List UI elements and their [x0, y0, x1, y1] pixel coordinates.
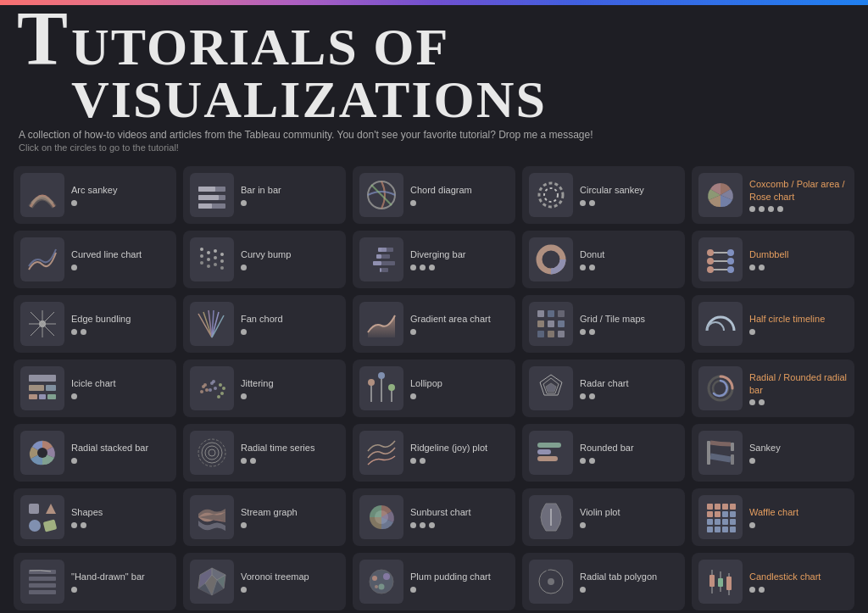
dot-0-circular-sankey[interactable] [580, 200, 586, 206]
dot-0-hand-drawn-bar[interactable] [71, 587, 77, 593]
card-curved-line-chart[interactable]: Curved line chart [14, 231, 176, 288]
dot-1-grid-tile-maps[interactable] [589, 329, 595, 335]
card-gradient-area-chart[interactable]: Gradient area chart [353, 295, 515, 353]
dot-1-candlestick-chart[interactable] [759, 587, 765, 593]
card-ridgeline-plot[interactable]: Ridgeline (joy) plot [353, 424, 515, 482]
dot-1-dumbbell[interactable] [759, 265, 765, 270]
dot-0-sankey[interactable] [749, 458, 755, 464]
dot-0-candlestick-chart[interactable] [749, 587, 755, 593]
dot-0-fan-chord[interactable] [241, 329, 247, 335]
card-radial-stacked-bar[interactable]: Radial stacked bar [14, 424, 176, 482]
dot-0-curvy-bump[interactable] [241, 265, 247, 270]
dot-0-violin-plot[interactable] [580, 522, 586, 528]
card-jittering[interactable]: Jittering [183, 359, 346, 417]
svg-point-71 [212, 380, 215, 383]
card-sankey[interactable]: Sankey [692, 424, 854, 482]
card-donut[interactable]: Donut [522, 231, 685, 288]
dot-2-coxcomb[interactable] [768, 206, 774, 212]
card-lollipop[interactable]: Lollipop [353, 359, 515, 417]
dot-0-gradient-area-chart[interactable] [410, 329, 416, 335]
dot-0-edge-bundling[interactable] [71, 329, 77, 335]
dot-0-donut[interactable] [580, 265, 586, 270]
card-radar-chart[interactable]: Radar chart [522, 359, 685, 417]
dot-0-stream-graph[interactable] [241, 522, 247, 528]
card-bar-in-bar[interactable]: Bar in bar [183, 166, 346, 224]
dot-1-diverging-bar[interactable] [420, 265, 426, 270]
dot-1-donut[interactable] [589, 265, 595, 270]
svg-rect-56 [548, 331, 554, 337]
card-plum-pudding-chart[interactable]: Plum pudding chart [353, 553, 515, 610]
svg-point-66 [200, 390, 203, 393]
card-chord-diagram[interactable]: Chord diagram [353, 166, 515, 224]
dot-1-circular-sankey[interactable] [589, 200, 595, 206]
svg-rect-62 [39, 394, 46, 399]
info-coxcomb: Coxcomb / Polar area / Rose chart [749, 178, 848, 212]
card-hand-drawn-bar[interactable]: "Hand-drawn" bar [14, 553, 176, 610]
dot-0-curved-line-chart[interactable] [71, 265, 77, 270]
dot-2-diverging-bar[interactable] [429, 265, 435, 270]
dot-0-radial-time-series[interactable] [241, 458, 247, 464]
title-sankey: Sankey [749, 442, 848, 454]
card-voronoi-treemap[interactable]: Voronoi treemap [183, 553, 346, 610]
dot-0-grid-tile-maps[interactable] [580, 329, 586, 335]
dots-fan-chord [241, 329, 339, 335]
card-violin-plot[interactable]: Violin plot [522, 488, 685, 546]
card-dumbbell[interactable]: Dumbbell [692, 231, 854, 288]
card-radial-tab-polygon[interactable]: Radial tab polygon [522, 553, 685, 610]
dot-0-diverging-bar[interactable] [410, 265, 416, 270]
dot-0-voronoi-treemap[interactable] [241, 587, 247, 593]
dot-0-dumbbell[interactable] [749, 265, 755, 270]
dot-1-coxcomb[interactable] [759, 206, 765, 212]
svg-rect-60 [46, 385, 56, 391]
dot-0-bar-in-bar[interactable] [241, 200, 247, 206]
card-curvy-bump[interactable]: Curvy bump [183, 231, 346, 288]
dot-0-arc-sankey[interactable] [71, 200, 77, 206]
card-half-circle-timeline[interactable]: Half circle timeline [692, 295, 854, 353]
dot-0-shapes[interactable] [71, 522, 77, 528]
dot-1-radial-rounded-bar[interactable] [759, 399, 765, 405]
card-circular-sankey[interactable]: Circular sankey [522, 166, 685, 224]
card-radial-time-series[interactable]: Radial time series [183, 424, 346, 482]
card-grid-tile-maps[interactable]: Grid / Tile maps [522, 295, 685, 353]
card-shapes[interactable]: Shapes [14, 488, 176, 546]
dot-1-radar-chart[interactable] [589, 393, 595, 399]
card-arc-sankey[interactable]: Arc sankey [14, 166, 176, 224]
card-sunburst-chart[interactable]: Sunburst chart [353, 488, 515, 546]
svg-point-79 [378, 372, 385, 379]
card-coxcomb[interactable]: Coxcomb / Polar area / Rose chart [692, 166, 854, 224]
dot-1-radial-time-series[interactable] [250, 458, 256, 464]
dot-0-radar-chart[interactable] [580, 393, 586, 399]
card-diverging-bar[interactable]: Diverging bar [353, 231, 515, 288]
card-rounded-bar[interactable]: Rounded bar [522, 424, 685, 482]
dot-0-icicle-chart[interactable] [71, 393, 77, 399]
card-candlestick-chart[interactable]: Candlestick chart [692, 553, 854, 610]
card-stream-graph[interactable]: Stream graph [183, 488, 346, 546]
dot-0-ridgeline-plot[interactable] [410, 458, 416, 464]
dot-1-ridgeline-plot[interactable] [420, 458, 426, 464]
dot-3-coxcomb[interactable] [777, 206, 783, 212]
card-edge-bundling[interactable]: Edge bundling [14, 295, 176, 353]
dot-0-plum-pudding-chart[interactable] [410, 587, 416, 593]
dot-1-sunburst-chart[interactable] [420, 522, 426, 528]
icon-bar-in-bar [190, 173, 234, 217]
dot-0-waffle-chart[interactable] [749, 522, 755, 528]
dot-2-sunburst-chart[interactable] [429, 522, 435, 528]
dot-1-rounded-bar[interactable] [589, 458, 595, 464]
dot-0-half-circle-timeline[interactable] [749, 329, 755, 335]
dot-1-edge-bundling[interactable] [81, 329, 86, 335]
card-fan-chord[interactable]: Fan chord [183, 295, 346, 353]
dot-0-chord-diagram[interactable] [410, 200, 416, 206]
dot-1-shapes[interactable] [81, 522, 86, 528]
dot-0-rounded-bar[interactable] [580, 458, 586, 464]
dot-0-sunburst-chart[interactable] [410, 522, 416, 528]
dot-0-radial-rounded-bar[interactable] [749, 399, 755, 405]
dot-0-lollipop[interactable] [410, 393, 416, 399]
card-waffle-chart[interactable]: Waffle chart [692, 488, 854, 546]
dot-0-coxcomb[interactable] [749, 206, 755, 212]
card-radial-rounded-bar[interactable]: Radial / Rounded radial bar [692, 359, 854, 417]
dot-0-radial-tab-polygon[interactable] [580, 587, 586, 593]
dot-0-radial-stacked-bar[interactable] [71, 458, 77, 464]
dot-0-jittering[interactable] [241, 393, 247, 399]
dots-ridgeline-plot [410, 458, 509, 464]
card-icicle-chart[interactable]: Icicle chart [14, 359, 176, 417]
